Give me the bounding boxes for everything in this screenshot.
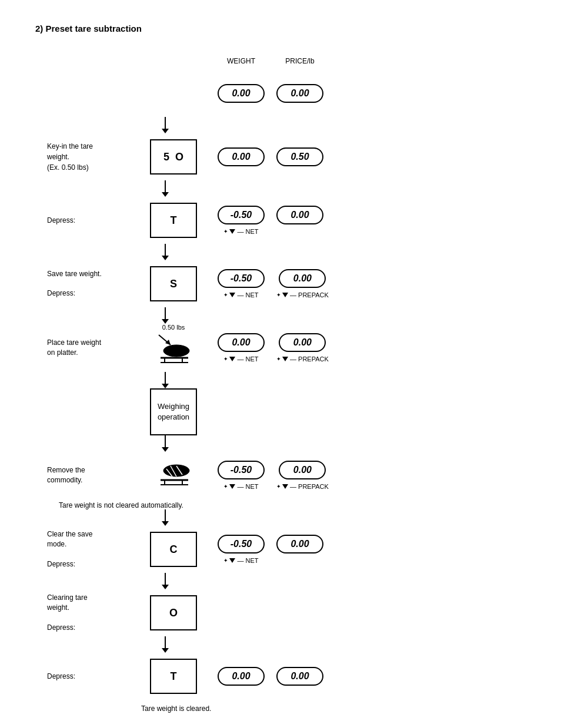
step-weighing: Weighingoperation bbox=[47, 388, 206, 435]
step-depress-t: Depress: T -0.50 ✦ — NET 0.00 bbox=[47, 197, 323, 244]
key-S: S bbox=[150, 266, 197, 301]
step-clearing-tare: Clearing tareweight.Depress: O bbox=[47, 589, 206, 636]
arrow-3 bbox=[162, 244, 169, 260]
weighing-box: Weighingoperation bbox=[150, 388, 197, 435]
step-final-depress: Depress: T 0.00 0.00 bbox=[47, 653, 323, 700]
weight-display-1: 0.00 bbox=[218, 147, 265, 166]
price-display-2: 0.00 bbox=[276, 206, 323, 224]
key-O: O bbox=[150, 595, 197, 630]
page-title: 2) Preset tare subtraction bbox=[35, 24, 526, 33]
arrow-5 bbox=[162, 372, 169, 388]
step-clearing-label: Clearing tareweight.Depress: bbox=[47, 593, 141, 632]
price-display-0: 0.00 bbox=[276, 84, 323, 103]
weight-display-3: -0.50 ✦ — NET bbox=[218, 269, 265, 298]
weight-display-9: 0.00 bbox=[218, 667, 265, 686]
key-T-1: T bbox=[150, 203, 197, 238]
step-place-label: Place tare weighton platter. bbox=[47, 338, 141, 358]
step-save-label: Save tare weight.Depress: bbox=[47, 269, 141, 298]
key-C: C bbox=[150, 532, 197, 567]
svg-point-2 bbox=[163, 345, 189, 357]
step-save-tare: Save tare weight.Depress: S -0.50 ✦ — NE… bbox=[47, 260, 329, 307]
step-key-in-label: Key-in the tareweight.(Ex. 0.50 lbs) bbox=[47, 141, 141, 173]
step-remove-label: Remove thecommodity. bbox=[47, 465, 141, 485]
key-5-O: 5 O bbox=[150, 139, 197, 175]
step-key-in: Key-in the tareweight.(Ex. 0.50 lbs) 5 O… bbox=[47, 133, 323, 180]
platter-remove-svg bbox=[150, 454, 197, 495]
platter-svg bbox=[150, 332, 197, 370]
price-display-9: 0.00 bbox=[276, 667, 323, 686]
weight-display-0: 0.00 bbox=[218, 84, 265, 103]
price-display-7: 0.00 bbox=[276, 535, 323, 553]
step-final-label: Depress: bbox=[47, 672, 141, 682]
tare-not-cleared-note: Tare weight is not cleared automatically… bbox=[59, 501, 183, 509]
weight-display-6: -0.50 ✦ — NET bbox=[218, 461, 265, 490]
arrow-9 bbox=[162, 636, 169, 653]
arrow-6 bbox=[162, 435, 169, 452]
final-note: Tare weight is cleared. bbox=[141, 704, 211, 713]
price-display-4: 0.00 ✦ — PREPACK bbox=[276, 333, 329, 363]
step-depress-t-label: Depress: bbox=[47, 216, 141, 226]
arrow-7 bbox=[162, 509, 169, 526]
platter-weight-label: 0.50 lbs bbox=[150, 324, 197, 331]
arrow-8 bbox=[162, 573, 169, 589]
weight-display-7: -0.50 ✦ — NET bbox=[218, 535, 265, 564]
step-clear-save: Clear the savemode.Depress: C -0.50 ✦ — … bbox=[47, 526, 323, 573]
price-display-3: 0.00 ✦ — PREPACK bbox=[276, 269, 329, 298]
arrow-1 bbox=[162, 117, 169, 133]
weight-display-2: -0.50 ✦ — NET bbox=[218, 206, 265, 235]
key-T-2: T bbox=[150, 659, 197, 694]
arrow-4 bbox=[162, 307, 169, 324]
price-header: PRICE/lb bbox=[276, 57, 323, 65]
weight-display-4: 0.00 ✦ — NET bbox=[218, 333, 265, 363]
step-clear-label: Clear the savemode.Depress: bbox=[47, 529, 141, 569]
arrow-2 bbox=[162, 180, 169, 197]
step-remove: Remove thecommodity. bbox=[47, 452, 329, 499]
price-display-6: 0.00 ✦ — PREPACK bbox=[276, 461, 329, 490]
price-display-1: 0.50 bbox=[276, 147, 323, 166]
step-initial: 0.00 0.00 bbox=[47, 70, 323, 117]
weight-header: WEIGHT bbox=[218, 57, 265, 65]
step-place-tare: Place tare weighton platter. 0.50 lbs bbox=[47, 324, 329, 372]
